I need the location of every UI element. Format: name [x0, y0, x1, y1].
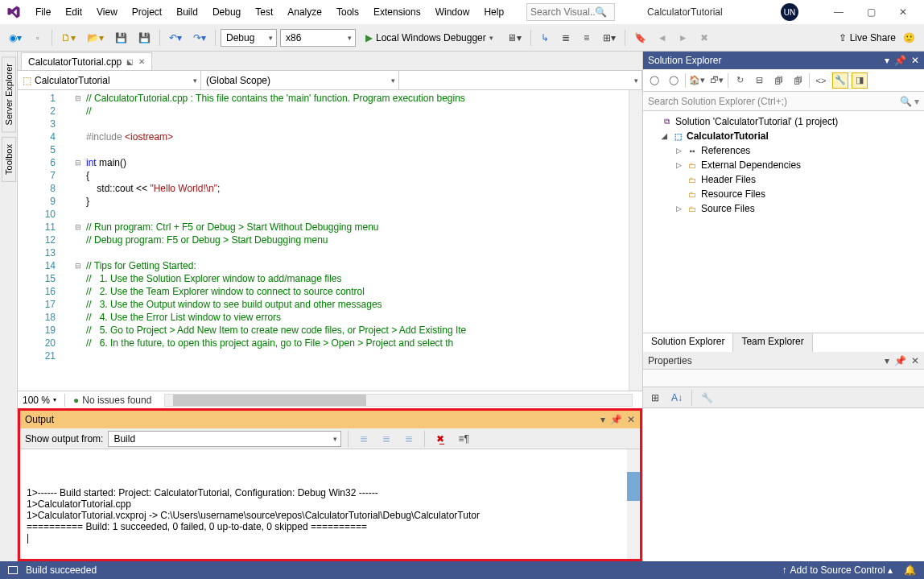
tab-solution-explorer[interactable]: Solution Explorer: [643, 333, 733, 352]
source-files-node[interactable]: ▷🗀Source Files: [645, 201, 922, 216]
doc-tab-calculatortutorial[interactable]: CalculatorTutorial.cpp ⬕ ✕: [21, 52, 152, 70]
window-position-icon[interactable]: ▾: [885, 55, 889, 66]
pin-icon[interactable]: 📌: [610, 414, 622, 425]
show-all-icon[interactable]: 🗐: [770, 72, 786, 89]
menu-test[interactable]: Test: [249, 3, 279, 21]
toggle-3-button[interactable]: ⊞▾: [599, 28, 620, 48]
close-button[interactable]: ✕: [887, 2, 919, 22]
code-content[interactable]: ⊟// CalculatorTutorial.cpp : This file c…: [70, 90, 629, 391]
toolbox-tab[interactable]: Toolbox: [2, 137, 16, 182]
project-node[interactable]: ◢⬚CalculatorTutorial: [645, 129, 922, 143]
menu-file[interactable]: File: [29, 3, 57, 21]
menu-debug[interactable]: Debug: [206, 3, 247, 21]
bookmark-prev-button[interactable]: ◄: [654, 28, 671, 48]
back-icon[interactable]: ◯: [646, 72, 662, 89]
properties-object-combo[interactable]: [643, 370, 924, 387]
issues-indicator[interactable]: ●No issues found: [73, 395, 151, 406]
bookmark-button[interactable]: 🔖: [630, 28, 650, 48]
view-code-icon[interactable]: <>: [813, 72, 829, 89]
menu-build[interactable]: Build: [170, 3, 204, 21]
bookmark-clear-button[interactable]: ✖: [695, 28, 713, 48]
pin-icon[interactable]: ⬕: [126, 58, 134, 66]
goto-prev-button[interactable]: ≣: [355, 429, 373, 449]
redo-button[interactable]: ↷▾: [189, 28, 210, 48]
notifications-icon[interactable]: 🔔: [904, 565, 916, 576]
categorized-icon[interactable]: ⊞: [646, 388, 664, 407]
output-source-combo[interactable]: Build: [108, 431, 341, 447]
references-node[interactable]: ▷▪▪References: [645, 143, 922, 158]
word-wrap-button[interactable]: ≡¶: [454, 429, 472, 449]
platform-combo[interactable]: x86: [280, 29, 356, 47]
nav-scope-combo[interactable]: (Global Scope): [201, 71, 399, 89]
menu-help[interactable]: Help: [477, 3, 510, 21]
output-panel: Output ▾ 📌 ✕ Show output from: Build ≣ ≣…: [18, 408, 642, 561]
alphabetical-icon[interactable]: A↓: [667, 388, 687, 407]
menu-tools[interactable]: Tools: [330, 3, 365, 21]
collapse-icon[interactable]: ⊟: [751, 72, 767, 89]
close-icon[interactable]: ✕: [627, 414, 635, 425]
goto-next-button[interactable]: ≣: [377, 429, 395, 449]
solution-explorer-search[interactable]: Search Solution Explorer (Ctrl+;) 🔍 ▾: [643, 92, 924, 111]
minimize-button[interactable]: —: [823, 2, 855, 22]
nav-fwd-button[interactable]: ◦: [29, 28, 47, 48]
title-bar: File Edit View Project Build Debug Test …: [0, 0, 924, 24]
editor-vertical-scrollbar[interactable]: [629, 90, 642, 391]
user-avatar[interactable]: UN: [781, 3, 798, 21]
step-button[interactable]: ↳: [536, 28, 554, 48]
menu-edit[interactable]: Edit: [59, 3, 89, 21]
window-position-icon[interactable]: ▾: [885, 355, 889, 366]
start-debugging-button[interactable]: ▶ Local Windows Debugger ▾: [359, 28, 500, 48]
header-files-node[interactable]: 🗀Header Files: [645, 172, 922, 187]
save-button[interactable]: 💾: [111, 28, 131, 48]
nav-member-combo[interactable]: [399, 71, 642, 89]
toggle-1-button[interactable]: ≣: [557, 28, 575, 48]
nav-back-button[interactable]: ◉▾: [5, 28, 26, 48]
solution-node[interactable]: ⧉Solution 'CalculatorTutorial' (1 projec…: [645, 114, 922, 129]
config-combo[interactable]: Debug: [221, 29, 277, 47]
sync-icon[interactable]: ↻: [732, 72, 748, 89]
menu-analyze[interactable]: Analyze: [281, 3, 328, 21]
filter-icon[interactable]: ◨: [852, 72, 868, 89]
menu-project[interactable]: Project: [126, 3, 168, 21]
debug-target-button[interactable]: 🖥▾: [503, 28, 526, 48]
bookmark-next-button[interactable]: ►: [674, 28, 692, 48]
tab-team-explorer[interactable]: Team Explorer: [733, 333, 812, 352]
switch-view-icon[interactable]: 🗗▾: [708, 72, 724, 89]
nav-project-combo[interactable]: ⬚ CalculatorTutorial: [18, 71, 201, 89]
close-icon[interactable]: ✕: [138, 57, 145, 66]
menu-view[interactable]: View: [90, 3, 124, 21]
save-all-button[interactable]: 💾: [134, 28, 155, 48]
output-text[interactable]: 1>------ Build started: Project: Calcula…: [20, 449, 640, 559]
code-editor[interactable]: 123456789101112131415161718192021 ⊟// Ca…: [18, 90, 642, 391]
maximize-button[interactable]: ▢: [855, 2, 887, 22]
undo-button[interactable]: ↶▾: [165, 28, 186, 48]
close-icon[interactable]: ✕: [911, 55, 919, 66]
external-deps-node[interactable]: ▷🗀External Dependencies: [645, 158, 922, 172]
property-pages-icon[interactable]: 🔧: [697, 388, 717, 407]
goto-msg-button[interactable]: ≣: [400, 429, 418, 449]
editor-horizontal-scrollbar[interactable]: [164, 394, 633, 407]
properties-icon[interactable]: 🗐: [790, 72, 806, 89]
new-project-button[interactable]: 🗋▾: [57, 28, 80, 48]
quick-launch[interactable]: 🔍: [526, 3, 615, 21]
window-position-icon[interactable]: ▾: [600, 414, 605, 425]
toggle-2-button[interactable]: ≡: [578, 28, 596, 48]
open-button[interactable]: 📂▾: [83, 28, 108, 48]
resource-files-node[interactable]: 🗀Resource Files: [645, 187, 922, 201]
output-vertical-scrollbar[interactable]: [627, 449, 640, 559]
menu-window[interactable]: Window: [429, 3, 476, 21]
add-source-control-button[interactable]: ↑Add to Source Control ▴: [782, 565, 893, 576]
wrench-icon[interactable]: 🔧: [832, 72, 848, 89]
server-explorer-tab[interactable]: Server Explorer: [2, 56, 16, 132]
pin-icon[interactable]: 📌: [894, 55, 906, 66]
quick-launch-input[interactable]: [530, 6, 595, 18]
home-icon[interactable]: 🏠▾: [689, 72, 705, 89]
feedback-button[interactable]: 🙂: [899, 28, 919, 48]
menu-extensions[interactable]: Extensions: [367, 3, 427, 21]
live-share-button[interactable]: ⇪ Live Share: [839, 32, 896, 43]
pin-icon[interactable]: 📌: [894, 355, 906, 366]
fwd-icon[interactable]: ◯: [666, 72, 682, 89]
close-icon[interactable]: ✕: [911, 355, 919, 366]
zoom-combo[interactable]: 100 %▾: [23, 395, 56, 406]
clear-button[interactable]: ✖̲: [431, 429, 449, 449]
